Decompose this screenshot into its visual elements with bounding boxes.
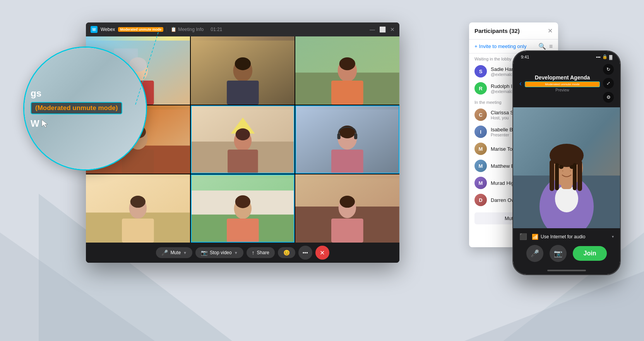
title-bar-left: W Webex Moderated unmute mode 📋 Meeting … (91, 26, 222, 33)
video-cell-9 (295, 174, 399, 243)
wifi-icon: 🔒 (602, 54, 608, 59)
end-call-icon: ✕ (320, 249, 325, 257)
reactions-button[interactable]: 😊 (278, 247, 295, 258)
svg-point-67 (570, 165, 574, 169)
panel-title: Participants (32) (474, 28, 520, 34)
participant-avatar-clarissa: C (474, 108, 487, 121)
close-button[interactable]: ✕ (390, 27, 395, 32)
svg-marker-53 (42, 120, 48, 127)
svg-rect-47 (227, 219, 259, 243)
mute-caret-icon: ▼ (183, 251, 187, 255)
panel-close-button[interactable]: ✕ (548, 27, 553, 34)
phone-rotate-button[interactable]: ↻ (603, 64, 614, 75)
phone-mic-icon: 🎤 (531, 249, 539, 258)
phone-settings-button[interactable]: ⚙ (603, 92, 614, 103)
svg-rect-64 (577, 160, 582, 191)
meeting-info-btn[interactable]: 📋 Meeting Info (166, 27, 207, 32)
phone-camera-icon: 📷 (554, 249, 562, 258)
video-icon: 📷 (201, 250, 207, 256)
svg-point-51 (340, 196, 355, 208)
moderated-unmute-badge: (Moderated unmute mode) (31, 102, 122, 114)
phone-home-bar (547, 270, 586, 271)
phone-audio-label: Use Internet for audio (541, 234, 612, 239)
svg-rect-52 (331, 219, 363, 243)
participant-avatar-sadie: S (474, 65, 487, 78)
phone-preview-label: Preview (525, 88, 600, 92)
join-button[interactable]: Join (573, 246, 607, 261)
phone-mode-badge: Moderated unmute mode (525, 81, 600, 87)
zoom-circle: gs (Moderated unmute mode) W (23, 46, 147, 170)
maximize-button[interactable]: ⬜ (380, 27, 385, 32)
minimize-button[interactable]: — (370, 27, 375, 32)
svg-point-69 (570, 170, 571, 172)
invite-button[interactable]: + Invite to meeting only (474, 43, 535, 49)
video-cell-5 (191, 105, 295, 174)
meeting-timer: 01:21 (211, 27, 222, 32)
cast-icon: ⬛ (519, 233, 527, 240)
svg-point-40 (130, 196, 146, 208)
participant-avatar-darren: D (474, 194, 487, 206)
svg-point-29 (235, 128, 250, 140)
phone-audio-row: ⬛ 📶 Use Internet for audio ▾ (519, 233, 614, 240)
mute-icon: 🎤 (161, 250, 168, 256)
svg-rect-63 (555, 163, 559, 190)
video-cell-6 (295, 105, 399, 174)
reactions-icon: 😊 (283, 250, 290, 256)
phone-back-button[interactable]: ‹ (519, 79, 522, 88)
cursor-icon (41, 119, 49, 128)
svg-rect-34 (337, 134, 341, 139)
svg-rect-18 (331, 81, 363, 105)
phone-status-bar: 9:41 ▪▪▪ 🔒 ▓ (513, 51, 620, 61)
svg-rect-30 (228, 150, 258, 174)
share-button[interactable]: ↑ Share (247, 247, 275, 258)
more-icon: ••• (303, 250, 308, 256)
phone-header: ‹ Development Agenda Moderated unmute mo… (513, 61, 620, 107)
video-cell-7 (86, 174, 190, 243)
title-bar: W Webex Moderated unmute mode 📋 Meeting … (86, 22, 399, 36)
phone-meeting-title: Development Agenda (525, 74, 600, 81)
phone-time: 9:41 (521, 55, 529, 59)
phone-side-buttons: ↻ ⤢ ⚙ (603, 64, 614, 103)
phone-mute-button[interactable]: 🎤 (526, 245, 543, 262)
participant-avatar-isabelle: I (474, 126, 487, 138)
phone-video-button[interactable]: 📷 (550, 245, 567, 262)
svg-marker-3 (464, 271, 644, 341)
end-call-button[interactable]: ✕ (315, 246, 329, 260)
phone-status-icons: ▪▪▪ 🔒 ▓ (596, 54, 612, 59)
search-button[interactable]: 🔍 (538, 43, 546, 50)
battery-icon: ▓ (609, 55, 612, 59)
svg-point-68 (562, 170, 564, 172)
phone-home-indicator (513, 267, 620, 274)
phone-controls: 🎤 📷 Join (519, 245, 614, 262)
sort-button[interactable]: ≡ (549, 43, 553, 50)
more-options-button[interactable]: ••• (298, 246, 312, 260)
zoom-partial-text: gs (31, 88, 41, 99)
participant-avatar-rudolph: R (474, 82, 487, 95)
window-controls: — ⬜ ✕ (370, 27, 395, 32)
webex-logo: W (91, 26, 98, 33)
panel-header: Participants (32) ✕ (469, 22, 558, 40)
stop-video-button[interactable]: 📷 Stop video ▼ (195, 247, 243, 258)
participant-avatar-marise: M (474, 143, 487, 155)
meeting-info-icon: 📋 (171, 27, 176, 32)
phone-video-content (513, 107, 620, 228)
phone-meeting-info: Development Agenda Moderated unmute mode… (525, 74, 600, 92)
svg-rect-13 (227, 81, 259, 105)
mobile-phone: 9:41 ▪▪▪ 🔒 ▓ ‹ Development Agenda Modera… (512, 50, 621, 275)
app-title: Webex (101, 27, 115, 32)
svg-point-17 (339, 57, 355, 70)
participant-avatar-matthew: M (474, 160, 487, 172)
video-cell-3 (295, 36, 399, 105)
svg-point-66 (559, 165, 564, 169)
audio-dropdown-icon[interactable]: ▾ (612, 234, 614, 239)
svg-rect-36 (331, 150, 363, 174)
participant-avatar-murad: M (474, 177, 487, 189)
phone-video-area (513, 107, 620, 228)
phone-camera-switch-button[interactable]: ⤢ (603, 78, 614, 89)
meeting-toolbar: 🎤 Mute ▼ 📷 Stop video ▼ ↑ Share 😊 ••• ✕ (86, 243, 399, 263)
mute-button[interactable]: 🎤 Mute ▼ (156, 247, 192, 258)
moderated-badge-title: Moderated unmute mode (118, 27, 163, 32)
video-caret-icon: ▼ (234, 251, 238, 255)
svg-rect-41 (122, 219, 154, 243)
plus-icon: + (474, 43, 478, 49)
